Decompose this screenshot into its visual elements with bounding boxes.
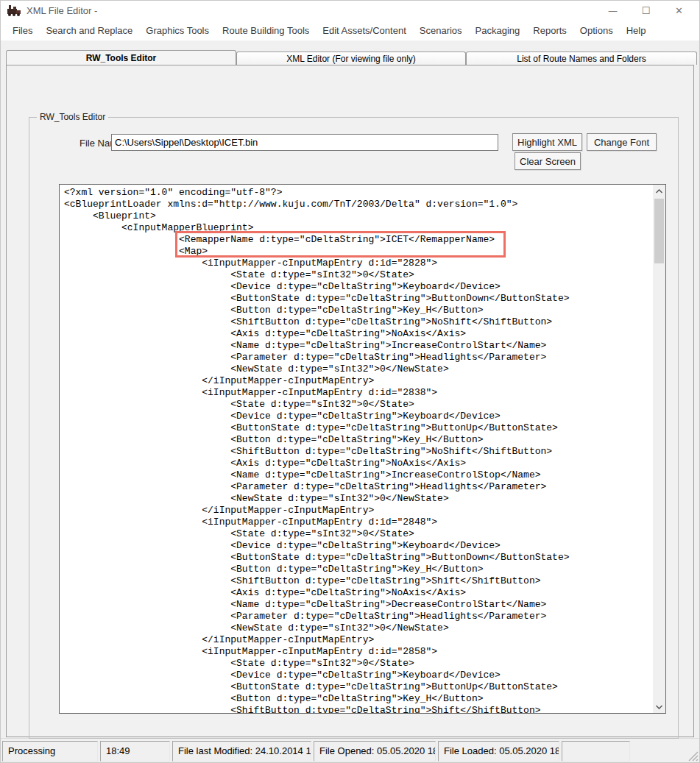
xml-line: <RemapperName d:type="cDeltaString">ICET… [64, 234, 653, 246]
xml-line: <State d:type="sInt32">0</State> [64, 528, 653, 540]
groupbox-label: RW_Tools Editor [37, 112, 108, 122]
xml-line: <ShiftButton d:type="cDeltaString">NoShi… [64, 446, 653, 458]
xml-line: <Axis d:type="cDeltaString">NoAxis</Axis… [64, 587, 653, 599]
xml-line: <Name d:type="cDeltaString">DecreaseCont… [64, 599, 653, 611]
xml-line: <Button d:type="cDeltaString">Key_H</But… [64, 564, 653, 575]
xml-line: <iInputMapper-cInputMapEntry d:id="2838"… [64, 387, 653, 399]
tab-rw-tools-editor[interactable]: RW_Tools Editor [6, 50, 236, 65]
status-file-last-modified: File last Modified: 24.10.2014 12:47:57 [172, 741, 311, 762]
xml-line: <Name d:type="cDeltaString">IncreaseCont… [64, 469, 653, 481]
xml-line: </iInputMapper-cInputMapEntry> [64, 505, 653, 517]
window-title: XML File Editor - [26, 5, 97, 16]
menu-item-scenarios[interactable]: Scenarios [413, 21, 469, 40]
xml-line: <Parameter d:type="cDeltaString">Headlig… [64, 611, 653, 622]
xml-line: <Device d:type="cDeltaString">Keyboard</… [64, 411, 653, 422]
xml-line: </iInputMapper-cInputMapEntry> [64, 634, 653, 646]
xml-line: <iInputMapper-cInputMapEntry d:id="2858"… [64, 646, 653, 658]
status-bar: Processing 18:49 File last Modified: 24.… [0, 738, 700, 763]
xml-line: <Device d:type="cDeltaString">Keyboard</… [64, 281, 653, 293]
status-file-opened: File Opened: 05.05.2020 18:39:39 [314, 741, 436, 762]
menu-bar: FilesSearch and ReplaceGraphics ToolsRou… [0, 21, 700, 40]
xml-line: <Parameter d:type="cDeltaString">Headlig… [64, 352, 653, 363]
status-file-loaded: File Loaded: 05.05.2020 18:39:39 [438, 741, 559, 762]
clear-screen-button[interactable]: Clear Screen [515, 152, 581, 170]
xml-line: </iInputMapper-cInputMapEntry> [64, 375, 653, 387]
xml-line: <ShiftButton d:type="cDeltaString">Shift… [64, 575, 653, 587]
menu-item-files[interactable]: Files [6, 21, 39, 40]
status-processing: Processing [2, 741, 98, 762]
xml-line: <Axis d:type="cDeltaString">NoAxis</Axis… [64, 458, 653, 469]
minimize-button[interactable]: — [596, 0, 629, 21]
menu-item-help[interactable]: Help [620, 21, 653, 40]
menu-item-route-building-tools[interactable]: Route Building Tools [216, 21, 316, 40]
xml-line: <iInputMapper-cInputMapEntry d:id="2828"… [64, 258, 653, 269]
xml-line: <ShiftButton d:type="cDeltaString">NoShi… [64, 316, 653, 328]
xml-line: <iInputMapper-cInputMapEntry d:id="2848"… [64, 517, 653, 528]
xml-line: <ShiftButton d:type="cDeltaString">Shift… [64, 705, 653, 713]
xml-viewer[interactable]: <?xml version="1.0" encoding="utf-8"?><c… [59, 184, 666, 714]
menu-item-reports[interactable]: Reports [526, 21, 573, 40]
menu-item-graphics-tools[interactable]: Graphics Tools [139, 21, 216, 40]
menu-item-packaging[interactable]: Packaging [469, 21, 527, 40]
xml-line: <Map> [64, 246, 653, 258]
tab-route-names-folders[interactable]: List of Route Names and Folders [466, 52, 697, 65]
xml-line: <NewState d:type="sInt32">0</NewState> [64, 493, 653, 505]
xml-line: <Button d:type="cDeltaString">Key_H</But… [64, 305, 653, 316]
menu-item-search-and-replace[interactable]: Search and Replace [39, 21, 139, 40]
xml-line: <State d:type="sInt32">0</State> [64, 269, 653, 281]
xml-line: <Name d:type="cDeltaString">IncreaseCont… [64, 340, 653, 352]
vertical-scrollbar[interactable] [653, 185, 665, 713]
xml-line: <Button d:type="cDeltaString">Key_H</But… [64, 693, 653, 705]
scroll-up-arrow[interactable] [653, 185, 665, 197]
xml-line: <NewState d:type="sInt32">0</NewState> [64, 622, 653, 634]
tab-page: RW_Tools Editor File Name: Highlight XML… [6, 65, 694, 737]
xml-line: <ButtonState d:type="cDeltaString">Butto… [64, 293, 653, 305]
status-empty-panel [562, 741, 630, 762]
xml-line: <State d:type="sInt32">0</State> [64, 658, 653, 670]
title-bar: XML File Editor - — ☐ ✕ [0, 0, 700, 21]
xml-line: <Blueprint> [64, 210, 653, 222]
close-button[interactable]: ✕ [662, 0, 696, 21]
xml-line: <State d:type="sInt32">0</State> [64, 399, 653, 411]
highlight-xml-button[interactable]: Highlight XML [512, 133, 582, 151]
tab-xml-editor[interactable]: XML Editor (For viewing file only) [236, 52, 466, 65]
scroll-down-arrow[interactable] [653, 700, 665, 713]
xml-line: <Parameter d:type="cDeltaString">Headlig… [64, 481, 653, 493]
xml-line: <Button d:type="cDeltaString">Key_H</But… [64, 434, 653, 446]
resize-grip[interactable] [687, 750, 699, 762]
menu-item-edit-assets-content[interactable]: Edit Assets/Content [316, 21, 412, 40]
xml-line: <Axis d:type="cDeltaString">NoAxis</Axis… [64, 328, 653, 340]
xml-line: <Device d:type="cDeltaString">Keyboard</… [64, 670, 653, 681]
main-area: RW_Tools Editor XML Editor (For viewing … [0, 40, 700, 738]
xml-line: <cInputMapperBlueprint> [64, 222, 653, 234]
app-icon [7, 4, 21, 17]
xml-line: <ButtonState d:type="cDeltaString">Butto… [64, 552, 653, 564]
xml-line: <NewState d:type="sInt32">0</NewState> [64, 363, 653, 375]
xml-line: <cBlueprintLoader xmlns:d="http://www.ku… [64, 199, 653, 210]
rw-tools-editor-groupbox: RW_Tools Editor File Name: Highlight XML… [29, 117, 679, 739]
scrollbar-thumb[interactable] [654, 199, 664, 263]
file-name-input[interactable] [111, 134, 498, 151]
xml-line: <ButtonState d:type="cDeltaString">Butto… [64, 681, 653, 693]
status-time: 18:49 [100, 741, 170, 762]
xml-content[interactable]: <?xml version="1.0" encoding="utf-8"?><c… [60, 185, 653, 713]
change-font-button[interactable]: Change Font [587, 133, 657, 151]
xml-line: <ButtonState d:type="cDeltaString">Butto… [64, 422, 653, 434]
menu-item-options[interactable]: Options [573, 21, 620, 40]
xml-line: <Device d:type="cDeltaString">Keyboard</… [64, 540, 653, 552]
xml-line: <?xml version="1.0" encoding="utf-8"?> [64, 187, 653, 199]
maximize-button[interactable]: ☐ [629, 0, 662, 21]
